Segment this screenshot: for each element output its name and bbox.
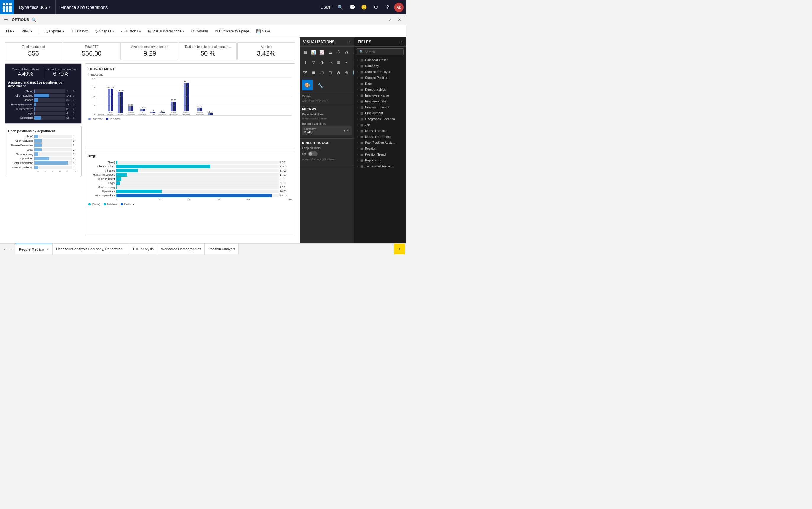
tab-position-analysis[interactable]: Position Analysis	[205, 244, 239, 255]
viz-line-chart-icon[interactable]: 📈	[318, 48, 325, 56]
tab-nav-right-button[interactable]: ›	[8, 244, 15, 255]
tab-workforce-demographics[interactable]: Workforce Demographics	[157, 244, 205, 255]
inactive-active-pct: Inactive to active positions 6.70%	[43, 67, 79, 78]
chat-button[interactable]: 💬	[347, 2, 357, 13]
tab-fte-analysis[interactable]: FTE Analysis	[129, 244, 157, 255]
fte-bar-row: Merchandising 1.00	[88, 185, 292, 189]
field-item-demographics[interactable]: › ▦ Demographics	[355, 87, 405, 93]
viz-custom2-icon[interactable]: 🔢	[351, 68, 354, 76]
company-filter-chip[interactable]: Company is (All) ▾ ✕	[302, 126, 352, 135]
hamburger-menu-button[interactable]: ☰	[2, 16, 9, 23]
buttons-button[interactable]: ▭ Buttons ▾	[119, 28, 143, 35]
options-search-button[interactable]: 🔍	[29, 15, 39, 25]
viz-area-chart-icon[interactable]: ⛰	[326, 48, 334, 56]
viz-scatter-chart-icon[interactable]: ⁛	[335, 48, 342, 56]
field-item-past-position[interactable]: › ▦ Past Position Assig...	[355, 140, 405, 145]
bar-row: (Blank) 1	[8, 135, 78, 138]
viz-stacked-bar-icon[interactable]: ▦	[302, 48, 309, 56]
save-button[interactable]: 💾 Save	[254, 28, 273, 35]
bar-row: Operations 4	[8, 157, 78, 160]
table-icon: ▦	[361, 106, 363, 109]
help-button[interactable]: ?	[382, 2, 393, 13]
col-group: (Blank)	[98, 113, 104, 115]
viz-pie-chart-icon[interactable]: ◔	[343, 48, 350, 56]
bar-row: Human Resources 15 0	[8, 103, 78, 106]
visualizations-chevron-icon[interactable]: ›	[349, 40, 350, 44]
textbox-button[interactable]: T Text box	[69, 28, 90, 35]
tab-nav-left-button[interactable]: ‹	[1, 244, 8, 255]
viz-analytics-button[interactable]: 🔧	[315, 80, 325, 90]
pct-row: Open to filled positions 4.40% Inactive …	[8, 67, 78, 78]
field-item-current-position[interactable]: › ▦ Current Position	[355, 75, 405, 80]
field-item-employee-trend[interactable]: › ▦ Employee Trend	[355, 104, 405, 110]
part-time-legend-dot	[121, 203, 123, 205]
avatar[interactable]: AD	[394, 3, 404, 12]
field-item-employee-name[interactable]: › ▦ Employee Name	[355, 93, 405, 98]
viz-waterfall-icon[interactable]: ⫶	[302, 59, 309, 66]
field-item-company[interactable]: › ▦ Company	[355, 63, 405, 69]
duplicate-button[interactable]: ⧉ Duplicate this page	[213, 28, 251, 35]
field-item-employment[interactable]: › ▦ Employment	[355, 110, 405, 116]
viz-card-icon[interactable]: ▭	[326, 59, 334, 66]
search-button[interactable]: 🔍	[335, 2, 346, 13]
field-item-current-employee[interactable]: › ▦ Current Employee	[355, 69, 405, 75]
drillthrough-toggle[interactable]	[308, 151, 318, 156]
file-menu-button[interactable]: File ▾	[4, 28, 17, 35]
viz-table-icon[interactable]: ⊞	[351, 59, 354, 66]
chevron-right-icon: ›	[357, 70, 358, 73]
viz-gauge-icon[interactable]: ◑	[318, 59, 325, 66]
field-item-reports-to[interactable]: › ▦ Reports To	[355, 157, 405, 163]
col-group: 88 Legal	[150, 109, 156, 115]
waffle-menu-button[interactable]	[0, 0, 14, 14]
viz-shape-map-icon[interactable]: ⬡	[318, 68, 325, 76]
field-item-mass-hire-line[interactable]: › ▦ Mass Hire Line	[355, 128, 405, 134]
viz-kpi-icon[interactable]: ⊟	[335, 59, 342, 66]
brand-section[interactable]: Dynamics 365 ▾	[14, 0, 56, 14]
bar-row: Retail Operations 9	[8, 161, 78, 165]
viz-custom1-icon[interactable]: ⊕	[343, 68, 350, 76]
col-group: 153153 Client Services	[106, 86, 115, 115]
settings-button[interactable]: ⚙	[371, 2, 381, 13]
viz-funnel-icon[interactable]: ▽	[310, 59, 317, 66]
field-item-employee-title[interactable]: › ▦ Employee Title	[355, 98, 405, 104]
field-item-mass-hire-project[interactable]: › ▦ Mass Hire Project	[355, 134, 405, 140]
explore-button[interactable]: ⬚ Explore ▾	[42, 28, 66, 35]
tab-people-metrics[interactable]: People Metrics ✕	[15, 244, 53, 255]
fields-chevron-icon[interactable]: ›	[401, 40, 402, 44]
viz-slicer-icon[interactable]: ≡	[343, 59, 350, 66]
view-menu-button[interactable]: View ▾	[19, 28, 35, 35]
filter-close-icon[interactable]: ✕	[347, 129, 349, 133]
emoji-button[interactable]: 🙂	[359, 2, 369, 13]
viz-bar-chart-icon[interactable]: 📊	[310, 48, 317, 56]
field-item-geographic-location[interactable]: › ▦ Geographic Location	[355, 116, 405, 122]
field-item-terminated-employee[interactable]: › ▦ Terminated Emplo...	[355, 163, 405, 169]
shapes-button[interactable]: ◇ Shapes ▾	[93, 28, 117, 35]
visual-interactions-button[interactable]: ⊞ Visual interactions ▾	[146, 28, 186, 35]
close-button[interactable]: ✕	[395, 15, 404, 24]
tab-headcount-analysis[interactable]: Headcount Analysis Company, Departmen...	[53, 244, 129, 255]
field-item-calendar-offset[interactable]: › ▦ Calendar Offset	[355, 57, 405, 63]
viz-ribbon-chart-icon[interactable]: ⁂	[335, 68, 342, 76]
field-item-position-trend[interactable]: › ▦ Position Trend	[355, 151, 405, 157]
viz-donut-chart-icon[interactable]: ◎	[351, 48, 354, 56]
col-group: 1515 IT Departme...	[138, 107, 148, 115]
values-placeholder: Add data fields here	[302, 99, 352, 102]
tab-close-icon[interactable]: ✕	[46, 248, 49, 251]
add-tab-button[interactable]: +	[394, 244, 405, 255]
refresh-button[interactable]: ↺ Refresh	[189, 28, 210, 35]
viz-map-icon[interactable]: 🗺	[302, 68, 309, 76]
filter-expand-icon[interactable]: ▾	[344, 129, 345, 133]
company-selector[interactable]: USMF	[321, 5, 332, 9]
field-item-position[interactable]: › ▦ Position	[355, 145, 405, 151]
fields-search-input[interactable]	[365, 50, 405, 54]
field-item-job[interactable]: › ▦ Job	[355, 122, 405, 128]
last-year-legend-dot	[88, 118, 91, 120]
viz-azure-map-icon[interactable]: ◻	[326, 68, 334, 76]
field-item-date[interactable]: › ▦ Date	[355, 80, 405, 87]
chevron-right-icon: ›	[357, 94, 358, 97]
restore-button[interactable]: ⤢	[386, 15, 394, 24]
bar-row: Client Services 2	[8, 139, 78, 143]
viz-filled-map-icon[interactable]: ◼	[310, 68, 317, 76]
fte-chart-card: FTE (Blank) 2.00 Client Services	[85, 151, 295, 237]
viz-format-button[interactable]: 🎨	[302, 80, 313, 90]
